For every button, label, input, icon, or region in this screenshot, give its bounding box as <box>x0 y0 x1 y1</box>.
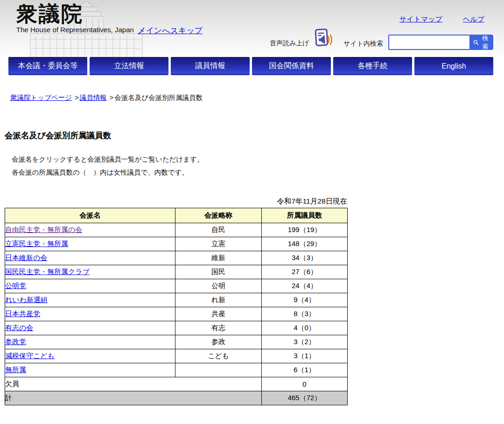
faction-link[interactable]: 参政党 <box>5 338 26 346</box>
as-of-date: 令和7年11月28日現在 <box>5 197 347 206</box>
total-label-cell: 計 <box>5 391 262 405</box>
breadcrumb-home-link[interactable]: 衆議院トップページ <box>10 94 72 101</box>
faction-link[interactable]: 立憲民主党・無所属 <box>5 240 68 247</box>
page-notes: 会派名をクリックすると会派別議員一覧がご覧いただけます。 各会派の所属議員数の（… <box>12 153 504 179</box>
faction-abbr-cell: 維新 <box>175 251 262 265</box>
breadcrumb-separator: > <box>75 94 78 101</box>
vacancy-label-cell: 欠員 <box>5 377 262 391</box>
table-row: 日本共産党共産8（3） <box>5 307 348 321</box>
faction-link[interactable]: 有志の会 <box>5 324 33 332</box>
breadcrumb-separator: > <box>110 94 113 101</box>
nav-legislative-info[interactable]: 立法情報 <box>90 57 168 75</box>
table-row: 参政党参政3（2） <box>5 335 348 349</box>
logo-subtitle: The House of Representatives, Japan <box>16 26 134 34</box>
table-row: 日本維新の会維新34（3） <box>5 251 348 265</box>
faction-link[interactable]: 減税保守こども <box>5 352 55 360</box>
nav-plenary-committees[interactable]: 本会議・委員会等 <box>8 57 87 75</box>
faction-name-cell: 有志の会 <box>5 321 175 335</box>
faction-name-cell: 無所属 <box>5 363 175 377</box>
table-row: 国民民主党・無所属クラブ国民27（6） <box>5 265 348 279</box>
faction-link[interactable]: 国民民主党・無所属クラブ <box>5 268 90 276</box>
help-link[interactable]: ヘルプ <box>463 15 484 24</box>
table-row: れいわ新選組れ新9（4） <box>5 293 348 307</box>
faction-abbr-cell: こども <box>175 349 262 363</box>
member-count-cell: 24（4） <box>262 279 348 293</box>
faction-abbr-cell: 共産 <box>175 307 262 321</box>
breadcrumb: 衆議院トップページ>議員情報>会派名及び会派別所属議員数 <box>10 93 504 102</box>
table-row: 公明党公明24（4） <box>5 279 348 293</box>
site-search-input[interactable] <box>388 35 470 50</box>
faction-link[interactable]: れいわ新選組 <box>5 296 48 304</box>
member-count-cell: 9（4） <box>262 293 348 307</box>
sitemap-link[interactable]: サイトマップ <box>399 15 442 24</box>
nav-member-info[interactable]: 議員情報 <box>171 57 250 75</box>
breadcrumb-member-info-link[interactable]: 議員情報 <box>80 94 107 101</box>
faction-link[interactable]: 公明党 <box>5 282 26 290</box>
faction-name-cell: 立憲民主党・無所属 <box>5 237 175 251</box>
table-header-row: 会派名 会派略称 所属議員数 <box>5 208 348 223</box>
site-search-label: サイト内検索 <box>343 40 383 48</box>
faction-abbr-cell: 公明 <box>175 279 262 293</box>
vacancy-row: 欠員0 <box>5 377 348 391</box>
voice-readout-icon[interactable] <box>315 28 332 48</box>
member-count-cell: 27（6） <box>262 265 348 279</box>
member-count-cell: 6（1） <box>262 363 348 377</box>
faction-link[interactable]: 日本共産党 <box>5 310 40 318</box>
faction-abbr-cell: 有志 <box>175 321 262 335</box>
faction-abbr-cell: 立憲 <box>175 237 262 251</box>
faction-name-cell: 日本維新の会 <box>5 251 175 265</box>
table-row: 減税保守こどもこども3（1） <box>5 349 348 363</box>
faction-name-cell: 参政党 <box>5 335 175 349</box>
main-navigation: 本会議・委員会等 立法情報 議員情報 国会関係資料 各種手続 English <box>0 57 504 76</box>
faction-abbr-cell: 参政 <box>175 335 262 349</box>
member-count-cell: 3（2） <box>262 335 348 349</box>
faction-name-cell: 自由民主党・無所属の会 <box>5 223 175 237</box>
logo-title: 衆議院 <box>16 3 134 25</box>
table-row: 立憲民主党・無所属立憲148（29） <box>5 237 348 251</box>
member-count-cell: 465（72） <box>262 391 348 405</box>
search-icon <box>473 39 479 46</box>
total-row: 計465（72） <box>5 391 348 405</box>
faction-name-cell: 公明党 <box>5 279 175 293</box>
faction-table-body: 自由民主党・無所属の会自民199（19）立憲民主党・無所属立憲148（29）日本… <box>5 223 348 405</box>
faction-abbr-cell <box>175 363 262 377</box>
nav-diet-documents[interactable]: 国会関係資料 <box>252 57 331 75</box>
table-row: 有志の会有志4（0） <box>5 321 348 335</box>
member-count-cell: 8（3） <box>262 307 348 321</box>
faction-link[interactable]: 自由民主党・無所属の会 <box>5 226 82 233</box>
member-count-cell: 0 <box>262 377 348 391</box>
skip-to-main-link[interactable]: メインへスキップ <box>138 25 203 36</box>
column-header-faction-name: 会派名 <box>5 208 175 223</box>
header-utility-links: サイトマップ ヘルプ <box>399 15 484 24</box>
faction-name-cell: れいわ新選組 <box>5 293 175 307</box>
nav-english[interactable]: English <box>414 57 493 75</box>
faction-name-cell: 日本共産党 <box>5 307 175 321</box>
column-header-faction-abbr: 会派略称 <box>175 208 262 223</box>
nav-procedures[interactable]: 各種手続 <box>333 57 412 75</box>
member-count-cell: 34（3） <box>262 251 348 265</box>
member-count-cell: 148（29） <box>262 237 348 251</box>
faction-link[interactable]: 日本維新の会 <box>5 254 47 261</box>
header-search-row: 音声読み上げ サイト内検索 検索 <box>270 28 504 51</box>
faction-abbr-cell: れ新 <box>175 293 262 307</box>
table-row: 自由民主党・無所属の会自民199（19） <box>5 223 348 237</box>
faction-link[interactable]: 無所属 <box>5 366 26 374</box>
breadcrumb-current-page: 会派名及び会派別所属議員数 <box>114 94 203 101</box>
faction-abbr-cell: 自民 <box>175 223 262 237</box>
faction-abbr-cell: 国民 <box>175 265 262 279</box>
search-button-label: 検索 <box>480 34 490 51</box>
member-count-cell: 4（0） <box>262 321 348 335</box>
member-count-cell: 3（1） <box>262 349 348 363</box>
note-line: 各会派の所属議員数の（ ）内は女性議員で、内数です。 <box>12 166 504 179</box>
note-line: 会派名をクリックすると会派別議員一覧がご覧いただけます。 <box>12 153 504 166</box>
site-logo[interactable]: 衆議院 The House of Representatives, Japan <box>16 3 134 34</box>
member-count-cell: 199（19） <box>262 223 348 237</box>
table-row: 無所属6（1） <box>5 363 348 377</box>
site-header: 衆議院 The House of Representatives, Japan … <box>0 0 504 57</box>
site-search-button[interactable]: 検索 <box>470 35 493 50</box>
page-title: 会派名及び会派別所属議員数 <box>5 130 504 141</box>
column-header-member-count: 所属議員数 <box>262 208 348 223</box>
faction-table: 会派名 会派略称 所属議員数 自由民主党・無所属の会自民199（19）立憲民主党… <box>5 208 348 405</box>
voice-readout-label: 音声読み上げ <box>270 39 309 48</box>
faction-name-cell: 国民民主党・無所属クラブ <box>5 265 175 279</box>
